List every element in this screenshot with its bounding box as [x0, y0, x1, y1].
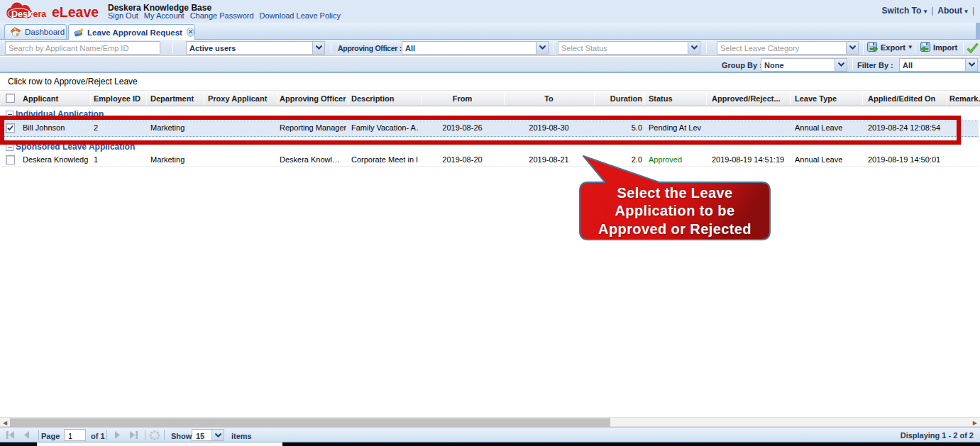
- svg-text:eLeave: eLeave: [52, 4, 99, 20]
- svg-text:era: era: [33, 9, 48, 19]
- svg-text:Desk: Desk: [11, 9, 33, 19]
